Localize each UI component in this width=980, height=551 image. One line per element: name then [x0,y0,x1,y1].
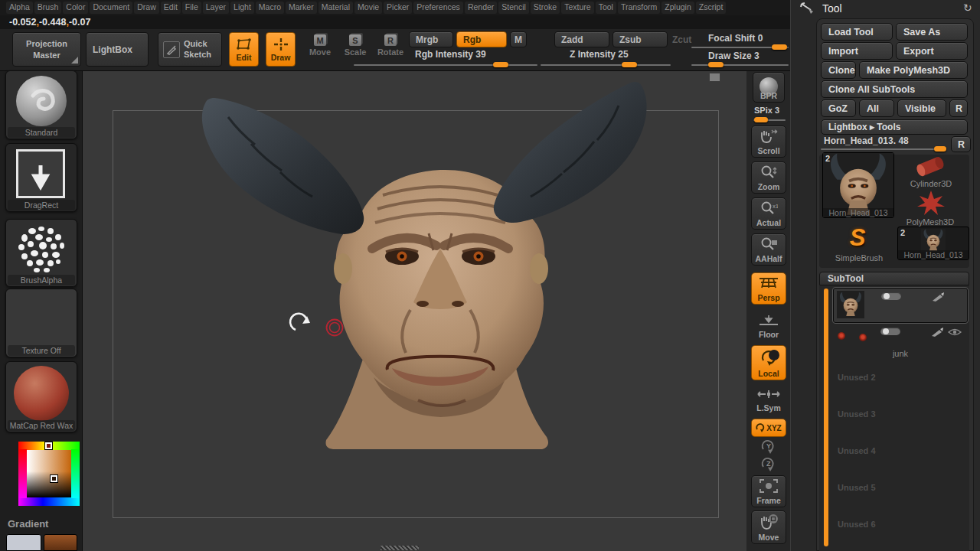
visible-button[interactable]: Visible [897,99,946,117]
frame-button[interactable]: Frame [751,475,786,507]
polypaint-brush-icon[interactable] [931,328,945,337]
menu-movie[interactable]: Movie [354,2,382,14]
active-tool-slider[interactable] [821,148,946,150]
edit-button[interactable]: Edit [229,32,259,67]
z-intensity-handle[interactable] [622,62,637,67]
rgb-intensity-slider[interactable] [354,64,537,66]
lightbox-tools-button[interactable]: Lightbox ▸ Tools [821,119,968,135]
subtool-unused-6[interactable]: Unused 6 [838,520,876,529]
z-intensity-slider[interactable] [541,64,671,66]
focal-shift-handle[interactable] [772,44,787,50]
menu-zscript[interactable]: Zscript [696,2,727,14]
hue-marker[interactable] [45,442,52,449]
polymesh3d-icon[interactable] [917,190,945,216]
subtool-unused-3[interactable]: Unused 3 [838,409,876,419]
menu-render[interactable]: Render [465,2,497,14]
texture-selector[interactable]: Texture Off [5,289,77,357]
menu-material[interactable]: Material [318,2,353,14]
subtool-item-horn-head[interactable]: Horn_Head_013 [833,288,968,323]
main-color-swatch[interactable] [6,534,41,551]
sculpt-viewport[interactable] [83,71,746,551]
spix-slider[interactable] [753,119,786,121]
aahalf-button[interactable]: AAHalf [751,233,786,266]
rotate-button[interactable]: R Rotate [374,34,407,57]
move-view-button[interactable]: Move [751,510,786,544]
rgb-button[interactable]: Rgb [456,31,507,47]
menu-zplugin[interactable]: Zplugin [662,2,694,14]
lightbox-button[interactable]: LightBox [86,32,149,67]
subtool-visibility-toggle[interactable] [881,292,901,300]
menu-preferences[interactable]: Preferences [413,2,463,14]
save-as-button[interactable]: Save As [896,23,968,41]
color-picker[interactable] [18,442,80,506]
persp-button[interactable]: Persp [751,272,786,305]
active-tool-r-button[interactable]: R [951,136,971,152]
reset-icon[interactable]: ↻ [963,2,972,14]
spix-handle[interactable] [754,117,768,122]
menu-color[interactable]: Color [63,2,88,14]
rotate-y-button[interactable]: Y [760,439,777,455]
export-button[interactable]: Export [896,42,968,60]
active-tool-thumbnail[interactable]: 2 Horn_Head_013 [822,152,894,218]
horn-head-small-thumbnail[interactable]: 2 Horn_Head_013 [897,227,969,260]
menu-tool[interactable]: Tool [596,2,616,14]
scroll-button[interactable]: Scroll [751,126,786,158]
menu-stroke[interactable]: Stroke [531,2,560,14]
all-button[interactable]: All [859,99,894,117]
rgb-intensity-handle[interactable] [493,62,508,67]
zsub-button[interactable]: Zsub [612,31,668,47]
clone-all-subtools-button[interactable]: Clone All SubTools [821,80,968,98]
stroke-selector[interactable]: DragRect [5,143,77,212]
import-button[interactable]: Import [821,42,893,60]
saturation-value-square[interactable] [27,450,71,497]
local-button[interactable]: Local [751,345,786,380]
cylinder3d-icon[interactable] [913,153,946,181]
gradient-label[interactable]: Gradient [8,518,48,530]
zoom-button[interactable]: Zoom [751,161,786,194]
subtool-scrollbar[interactable] [824,289,828,546]
menu-picker[interactable]: Picker [384,2,412,14]
subtool-unused-5[interactable]: Unused 5 [838,483,876,492]
menu-layer[interactable]: Layer [203,2,229,14]
polypaint-brush-icon[interactable] [932,292,946,302]
shelf-grip-handle[interactable] [709,73,720,82]
scale-button[interactable]: S Scale [338,34,372,57]
menu-brush[interactable]: Brush [34,2,61,14]
draw-size-slider[interactable] [691,64,789,66]
document-canvas[interactable] [83,71,746,551]
lsym-button[interactable]: L.Sym [751,384,786,415]
draw-size-handle[interactable] [708,62,724,67]
draw-button[interactable]: Draw [266,32,296,67]
simplebrush-label[interactable]: SimpleBrush [821,253,897,262]
menu-marker[interactable]: Marker [286,2,317,14]
actual-button[interactable]: x1 Actual [751,197,786,230]
move-button[interactable]: M Move [303,34,337,57]
menu-alpha[interactable]: Alpha [6,2,33,14]
xyz-button[interactable]: XYZ [751,419,786,437]
canvas-scrollbar[interactable] [381,546,419,550]
load-tool-button[interactable]: Load Tool [821,23,893,41]
make-polymesh3d-button[interactable]: Make PolyMesh3D [859,61,968,79]
menu-transform[interactable]: Transform [618,2,660,14]
active-tool-handle[interactable] [934,146,946,152]
zcut-button[interactable]: Zcut [672,34,691,45]
goz-button[interactable]: GoZ [821,99,856,117]
menu-texture[interactable]: Texture [561,2,593,14]
clone-button[interactable]: Clone [821,61,856,79]
subtool-visibility-toggle[interactable] [880,328,900,335]
quick-sketch-button[interactable]: Quick Sketch [158,32,222,67]
tool-panel-title[interactable]: Tool [822,2,842,15]
eye-icon[interactable] [948,328,962,337]
brush-selector[interactable]: Standard [5,70,77,139]
floor-button[interactable]: Floor [751,311,786,341]
m-button[interactable]: M [510,31,527,47]
menu-file[interactable]: File [182,2,201,14]
menu-stencil[interactable]: Stencil [498,2,529,14]
subtool-header[interactable]: SubTool [819,272,969,285]
subtool-unused-4[interactable]: Unused 4 [838,446,876,455]
menu-macro[interactable]: Macro [256,2,284,14]
mrgb-button[interactable]: Mrgb [409,31,453,47]
rotate-z-button[interactable]: Z [760,457,777,472]
focal-shift-slider[interactable] [691,47,789,48]
secondary-color-swatch[interactable] [44,534,77,551]
